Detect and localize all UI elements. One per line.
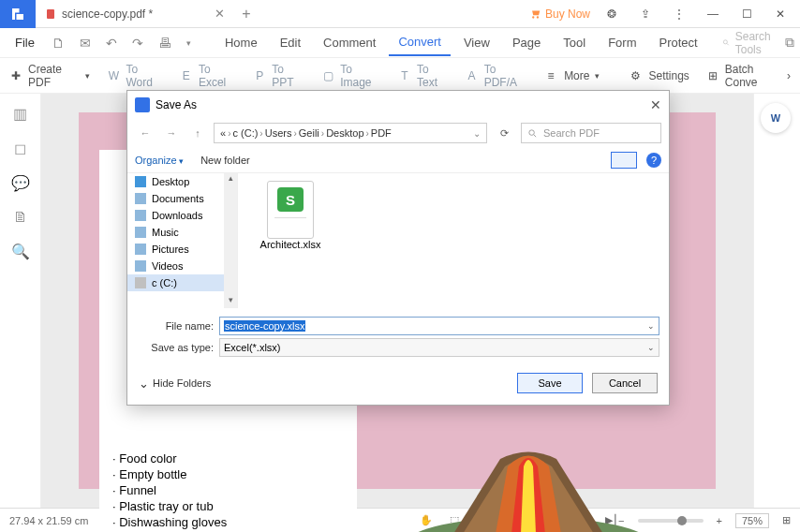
nav-back-button[interactable]: ← [135, 127, 156, 139]
tree-item-documents[interactable]: Documents [127, 190, 237, 207]
external-link-icon[interactable]: ⧉ [779, 31, 800, 54]
nav-up-button[interactable]: ↑ [187, 127, 208, 139]
hide-folders-toggle[interactable]: Hide Folders [139, 377, 211, 391]
crumb[interactable]: Geili [299, 127, 319, 139]
file-thumbnail: S [267, 181, 314, 239]
tree-item-music[interactable]: Music [127, 224, 237, 241]
to-image-button[interactable]: ▢ To Image [321, 63, 381, 89]
menu-tool[interactable]: Tool [554, 30, 595, 55]
search-sidebar-icon[interactable]: 🔍 [11, 243, 30, 260]
dialog-titlebar: Save As ✕ [127, 91, 669, 119]
menu-file[interactable]: File [7, 32, 42, 53]
settings-button[interactable]: ⚙ Settings [628, 68, 689, 83]
menu-page[interactable]: Page [503, 30, 550, 55]
mail-icon[interactable]: ✉ [74, 32, 96, 54]
menu-view[interactable]: View [454, 30, 499, 55]
zoom-slider[interactable] [638, 519, 704, 523]
word-export-badge[interactable]: W [761, 103, 791, 133]
new-folder-button[interactable]: New folder [200, 155, 250, 166]
crumb[interactable]: « [220, 127, 226, 139]
cancel-button[interactable]: Cancel [592, 373, 658, 393]
close-window-button[interactable]: ✕ [768, 7, 793, 21]
dropdown-icon[interactable]: ⌄ [647, 343, 655, 352]
bookmarks-icon[interactable]: ◻ [14, 140, 26, 157]
tree-item-downloads[interactable]: Downloads [127, 207, 237, 224]
dialog-search-input[interactable]: Search PDF [521, 123, 661, 143]
view-options-button[interactable] [611, 152, 637, 169]
to-ppt-button[interactable]: P To PPT [253, 63, 304, 89]
create-pdf-button[interactable]: ✚ Create PDF ▾ [9, 63, 90, 89]
breadcrumb-dropdown-icon[interactable]: ⌄ [473, 128, 481, 139]
zoom-in-icon[interactable]: + [717, 515, 722, 526]
tree-item-pictures[interactable]: Pictures [127, 241, 237, 258]
buy-now-link[interactable]: Buy Now [528, 7, 590, 21]
thumbnails-icon[interactable]: ▥ [13, 105, 27, 123]
tree-scrollbar[interactable]: ▴ ▾ [224, 173, 237, 308]
close-tab-icon[interactable]: ✕ [215, 7, 225, 21]
batch-convert-button[interactable]: ⊞ Batch Conve › [706, 63, 791, 89]
refresh-button[interactable]: ⟳ [493, 127, 515, 140]
file-list[interactable]: S Architect.xlsx [238, 173, 669, 308]
fit-view-icon[interactable]: ⊞ [782, 514, 791, 526]
excel-icon: E [180, 68, 193, 83]
organize-button[interactable]: Organize [135, 155, 184, 166]
breadcrumb-bar[interactable]: «› c (C:)› Users› Geili› Desktop› PDF ⌄ [214, 123, 487, 143]
menu-home[interactable]: Home [215, 30, 267, 55]
share-icon[interactable]: ⇪ [633, 7, 658, 21]
add-tab-button[interactable]: + [242, 6, 250, 22]
save-button[interactable]: Save [517, 373, 583, 393]
to-text-button[interactable]: T To Text [398, 63, 449, 89]
crumb[interactable]: Users [265, 127, 292, 139]
undo-icon[interactable]: ↶ [100, 32, 123, 54]
filetype-select[interactable]: Excel(*.xlsx) ⌄ [219, 338, 659, 357]
comments-icon[interactable]: 💬 [11, 174, 30, 192]
file-item[interactable]: S Architect.xlsx [253, 181, 328, 250]
tree-item-videos[interactable]: Videos [127, 258, 237, 274]
dialog-footer: Hide Folders Save Cancel [127, 365, 669, 405]
list-item: · Empty bottle [112, 467, 344, 481]
left-sidebar: ▥ ◻ 💬 🗎 🔍 [0, 94, 41, 508]
crumb[interactable]: PDF [371, 127, 392, 139]
dialog-close-button[interactable]: ✕ [650, 97, 661, 112]
crumb[interactable]: Desktop [326, 127, 363, 139]
app-updates-icon[interactable]: ❂ [600, 7, 624, 21]
more-button[interactable]: ≡ More ▾ [543, 68, 600, 83]
filename-input[interactable]: science-copy.xlsx ⌄ [219, 317, 659, 335]
save-icon[interactable]: 🗋 [46, 32, 70, 54]
to-word-button[interactable]: W To Word [107, 63, 163, 89]
print-dropdown-icon[interactable]: ▾ [181, 35, 197, 52]
zoom-level[interactable]: 75% [735, 513, 769, 528]
tree-item-desktop[interactable]: Desktop [127, 173, 237, 190]
menu-form[interactable]: Form [599, 30, 645, 55]
menu-convert[interactable]: Convert [389, 29, 451, 56]
nav-forward-button[interactable]: → [161, 127, 182, 139]
more-icon[interactable]: ⋮ [667, 7, 691, 21]
dialog-title: Save As [156, 98, 197, 111]
redo-icon[interactable]: ↷ [126, 32, 149, 54]
list-item: · Dishwashing gloves [112, 515, 344, 529]
tree-item-c-drive[interactable]: c (C:) [127, 274, 237, 291]
help-button[interactable]: ? [646, 153, 661, 168]
attachments-icon[interactable]: 🗎 [13, 209, 28, 226]
menu-protect[interactable]: Protect [649, 30, 706, 55]
scroll-up-icon[interactable]: ▴ [224, 173, 237, 186]
menu-edit[interactable]: Edit [271, 30, 310, 55]
scroll-down-icon[interactable]: ▾ [224, 295, 237, 308]
to-excel-button[interactable]: E To Excel [180, 63, 236, 89]
search-tools-input[interactable]: Search Tools [722, 30, 776, 56]
print-icon[interactable]: 🖶 [153, 32, 177, 54]
app-logo[interactable] [0, 0, 36, 28]
document-tab[interactable]: science-copy.pdf * ✕ [36, 0, 234, 28]
file-name: Architect.xlsx [260, 239, 321, 250]
more-menu-icon: ≡ [543, 68, 558, 83]
list-item: · Funnel [112, 483, 344, 497]
dropdown-icon[interactable]: ⌄ [647, 321, 655, 331]
to-pdfa-button[interactable]: A To PDF/A [465, 63, 526, 89]
maximize-button[interactable]: ☐ [734, 7, 759, 21]
convert-toolbar: ✚ Create PDF ▾ W To Word E To Excel P To… [0, 58, 800, 94]
menu-comment[interactable]: Comment [314, 30, 385, 55]
minimize-button[interactable]: — [701, 7, 725, 21]
folder-tree[interactable]: Desktop Documents Downloads Music Pictur… [127, 173, 238, 308]
word-icon: W [107, 68, 120, 83]
crumb[interactable]: c (C:) [232, 127, 258, 139]
